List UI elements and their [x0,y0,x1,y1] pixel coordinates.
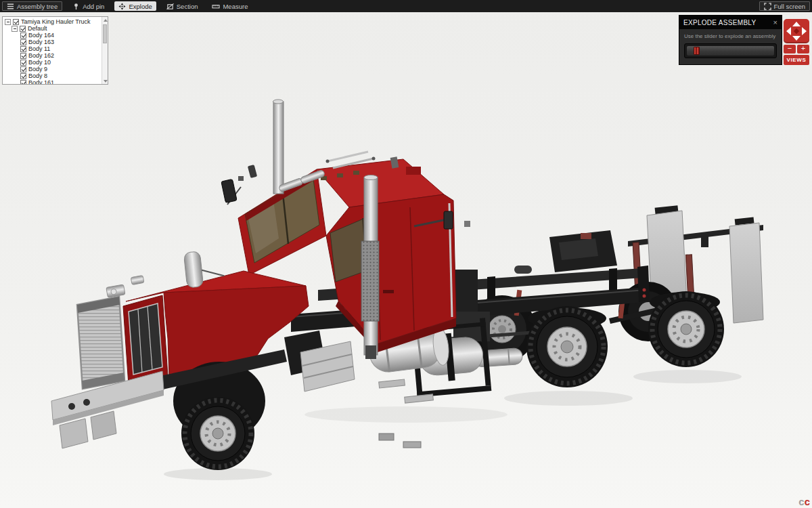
explode-icon [118,3,126,10]
close-icon[interactable]: × [773,19,777,26]
measure-button[interactable]: Measure [208,1,252,11]
scroll-up-icon[interactable] [102,17,108,23]
explode-slider-track[interactable] [687,46,774,56]
fullscreen-button[interactable]: Full screen [759,1,810,11]
assembly-tree-label: Assembly tree [17,3,58,10]
checkbox[interactable] [20,39,26,45]
explode-label: Explode [129,3,152,10]
tree-node-label: Body 9 [28,66,47,72]
explode-button[interactable]: Explode [114,1,156,11]
tree-list-icon [7,3,14,10]
checkbox[interactable] [20,53,26,59]
add-pin-label: Add pin [83,3,104,10]
tree-node-label: Body 8 [28,72,47,79]
zoom-out-button[interactable]: − [784,45,796,54]
tree-node-label: Default [28,25,47,32]
checkbox[interactable] [20,26,26,32]
pan-right-icon[interactable] [802,27,807,35]
tree-node-body[interactable]: Body 8 [4,72,100,79]
fullscreen-icon [764,3,771,10]
pan-down-icon[interactable] [792,36,800,41]
explode-slider-handle[interactable] [694,47,700,55]
logo-left-glyph: c [798,496,803,507]
truck-3d-model[interactable] [0,0,812,508]
tree-scrollbar[interactable] [102,17,108,84]
checkbox[interactable] [13,19,19,25]
checkbox[interactable] [20,33,26,39]
tree-node-label: Body 161 [28,79,54,85]
tree-node-body[interactable]: Body 161 [4,79,100,85]
explode-instruction: Use the slider to explode an assembly [684,33,777,39]
logo-right-glyph: c [805,496,809,507]
measure-ruler-icon [212,3,220,10]
pan-left-icon[interactable] [786,27,791,35]
collapse-icon[interactable] [5,19,11,25]
tree-node-label: Body 163 [28,39,54,45]
measure-label: Measure [223,3,248,10]
checkbox[interactable] [20,73,26,79]
explode-assembly-panel: EXPLODE ASSEMBLY × Use the slider to exp… [679,15,782,65]
checkbox[interactable] [20,80,26,85]
add-pin-button[interactable]: Add pin [68,1,108,11]
tree-node-label: Body 11 [28,45,50,52]
tree-node-body[interactable]: Body 9 [4,66,100,72]
zoom-in-button[interactable]: + [797,45,809,54]
tree-node-body[interactable]: Body 10 [4,59,100,66]
tree-node-label: Body 10 [28,59,51,66]
checkbox[interactable] [20,66,26,72]
assembly-tree-button[interactable]: Assembly tree [2,1,62,11]
pan-center-icon [794,28,799,34]
fullscreen-label: Full screen [774,3,805,10]
tree-node-label: Tamiya King Hauler Truck [21,18,91,25]
tree-node-body[interactable]: Body 164 [4,32,100,39]
section-label: Section [177,3,198,10]
tree-node-body[interactable]: Body 163 [4,39,100,45]
tree-node-root[interactable]: Tamiya King Hauler Truck [4,18,100,25]
section-icon [166,3,174,10]
tree-node-label: Body 162 [28,52,54,59]
tree-node-default[interactable]: Default [4,25,100,32]
explode-panel-titlebar: EXPLODE ASSEMBLY × [679,16,782,29]
checkbox[interactable] [20,46,26,52]
top-toolbar: Assembly tree Add pin Explode Section [0,0,812,12]
pin-icon [72,3,80,10]
explode-slider[interactable] [684,43,777,58]
view-controls: − + VIEWS [784,19,809,65]
app-logo: c c [798,496,809,507]
scroll-thumb[interactable] [103,24,107,43]
checkbox[interactable] [20,60,26,66]
pan-dpad[interactable] [784,19,809,43]
front-wheel [181,397,254,470]
tree-node-label: Body 164 [28,32,54,39]
pan-up-icon[interactable] [792,22,800,26]
tree-node-body[interactable]: Body 11 [4,45,100,52]
collapse-icon[interactable] [12,26,18,32]
scroll-down-icon[interactable] [102,78,108,84]
3d-viewport[interactable] [0,0,812,508]
assembly-tree-panel: Tamiya King Hauler Truck Default Body 16… [2,16,108,85]
explode-panel-title: EXPLODE ASSEMBLY [683,19,756,26]
section-button[interactable]: Section [162,1,202,11]
views-button[interactable]: VIEWS [784,55,809,65]
tree-node-body[interactable]: Body 162 [4,52,100,59]
